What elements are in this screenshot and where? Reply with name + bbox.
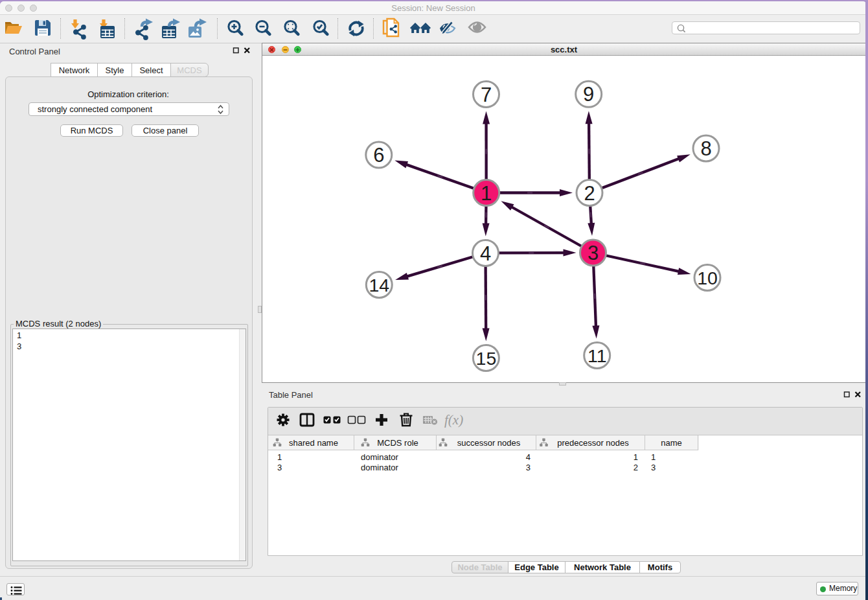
svg-text:9: 9 [583,83,594,106]
svg-text:7: 7 [481,84,492,106]
svg-text:f(x): f(x) [444,412,463,428]
svg-text:2: 2 [584,182,595,205]
svg-text:4: 4 [480,242,491,265]
svg-text:14: 14 [369,275,389,295]
svg-text:6: 6 [373,144,384,167]
svg-text:8: 8 [700,137,711,160]
svg-text:15: 15 [476,348,497,369]
svg-text:3: 3 [588,242,599,264]
svg-text:10: 10 [697,268,718,288]
svg-text:11: 11 [588,345,607,366]
svg-text:1: 1 [481,182,492,205]
